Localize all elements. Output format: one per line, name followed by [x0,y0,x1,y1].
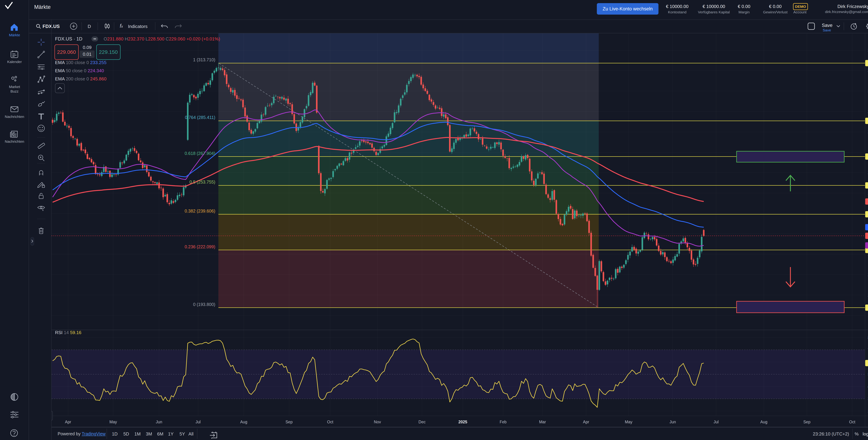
svg-text:EMA 100 close 0 233.255: EMA 100 close 0 233.255 [55,60,106,65]
svg-text:0.618 (267.904): 0.618 (267.904) [185,151,215,156]
svg-text:Aug: Aug [240,420,247,424]
svg-text:229.150: 229.150 [99,49,118,55]
svg-text:RSI 14 59.16: RSI 14 59.16 [55,330,82,335]
svg-text:Sep: Sep [286,420,293,424]
svg-text:Oct: Oct [327,420,333,424]
svg-text:EMA 200 close 0 245.860: EMA 200 close 0 245.860 [55,76,106,82]
svg-text:2025: 2025 [458,420,467,424]
svg-text:May: May [110,420,117,424]
svg-text:1 (313.710): 1 (313.710) [193,57,215,62]
svg-text:Apr: Apr [583,420,589,424]
svg-text:May: May [625,420,632,424]
svg-text:Apr: Apr [65,420,71,424]
svg-text:0.5 (253.755): 0.5 (253.755) [189,180,215,184]
svg-text:Nov: Nov [374,420,381,424]
svg-text:Oct: Oct [849,420,855,424]
svg-text:EMA 50 close 0 224.340: EMA 50 close 0 224.340 [55,68,104,73]
svg-text:229.060: 229.060 [57,49,76,55]
svg-text:Feb: Feb [500,420,506,424]
svg-text:0.236 (222.099): 0.236 (222.099) [185,244,215,249]
svg-text:Jun: Jun [156,420,162,424]
svg-text:Sep: Sep [803,420,810,424]
svg-text:0.09: 0.09 [83,45,92,50]
svg-text:0.01: 0.01 [83,52,92,57]
svg-text:O231.880 H232.370 L228.500: O231.880 H232.370 L228.500 C229.060 +0.0… [104,36,220,41]
svg-text:Jul: Jul [195,420,200,424]
svg-text:Jun: Jun [670,420,676,424]
svg-text:FDX.US · 1D: FDX.US · 1D [55,36,83,41]
svg-text:0.764 (285.411): 0.764 (285.411) [185,115,215,120]
svg-text:Mar: Mar [539,420,546,424]
svg-text:0 (193.800): 0 (193.800) [193,302,215,307]
svg-text:Jul: Jul [713,420,718,424]
svg-text:Dec: Dec [418,420,426,424]
svg-text:0.382 (239.606): 0.382 (239.606) [185,209,215,213]
svg-text:Aug: Aug [761,420,768,424]
